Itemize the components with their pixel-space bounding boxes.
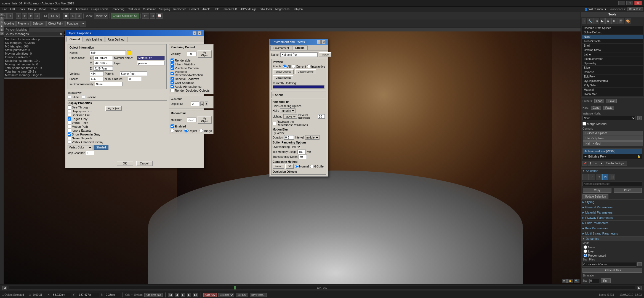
visible-reflection-label[interactable]: Visible to Reflection/Refraction (171, 70, 212, 77)
recomb-item[interactable]: Recomb From Splines (582, 26, 643, 30)
key-mode-select[interactable]: Selected (218, 293, 234, 297)
timeline-prev-btn[interactable]: ◀ (2, 286, 7, 290)
backface-cull-cb[interactable] (68, 113, 71, 117)
coord-x[interactable] (52, 293, 71, 297)
curve-editor[interactable]: 📈 (156, 13, 163, 19)
by-object-display-btn[interactable]: By Object (105, 106, 122, 111)
inherit-vis-cb[interactable] (171, 62, 174, 66)
copy-sel-btn[interactable]: Copy (583, 188, 611, 193)
select-btn[interactable]: ⊹ (16, 13, 21, 19)
comp-off-btn[interactable]: Off (285, 164, 294, 169)
edges-only-label[interactable]: Edges Only (68, 117, 103, 121)
menu-edit[interactable]: Edit (9, 8, 16, 11)
tab-general[interactable]: General (66, 37, 83, 42)
turbosmooth-item[interactable]: TurboSmooth (582, 39, 643, 44)
freeze-checkbox[interactable] (82, 95, 85, 99)
comp-none-btn[interactable]: None (273, 164, 284, 169)
menu-file[interactable]: File (1, 8, 8, 11)
selection-btn[interactable]: Selection (31, 21, 46, 26)
modifier-stack-item-1[interactable]: 👁 Hair and Fur (WSM) (583, 149, 642, 154)
env-dialog-title-bar[interactable]: Environment and Effects ─ ✕ (270, 39, 328, 45)
menu-group[interactable]: Group (27, 8, 37, 11)
paste-btn[interactable]: Paste (603, 106, 614, 110)
display-as-box-label[interactable]: Display as Box (68, 109, 103, 113)
vis-reflect-cb[interactable] (171, 72, 174, 75)
menu-graph-editors[interactable]: Graph Editors (90, 8, 110, 11)
flyaway-header[interactable]: ▶ Flyaway Parameters (581, 215, 644, 220)
select-filter-dropdown[interactable]: All (48, 14, 60, 18)
modify-btn-icon[interactable]: 🔧 (587, 18, 594, 24)
menu-help[interactable]: Help (212, 8, 221, 11)
lathe-item[interactable]: Lathe (582, 52, 643, 57)
hierarchy-btn-icon[interactable]: ⊛ (594, 18, 599, 24)
menu-axyz[interactable]: AXYZ design (239, 8, 258, 11)
inherit-visibility-label[interactable]: Inherit Visibility (171, 62, 212, 66)
tab-adv-lighting[interactable]: Adv. Lighting (83, 37, 105, 42)
hair-to-splines-btn[interactable]: Hair -> Splines (583, 136, 643, 141)
pin-icon[interactable]: 📌 (582, 161, 587, 166)
coord-z[interactable] (105, 293, 120, 297)
motion-path-cb[interactable] (68, 125, 71, 128)
modify-panel-btn[interactable]: ✎ (0, 17, 4, 20)
hair-to-mesh-btn[interactable]: Hair -> Mesh (583, 141, 643, 146)
menu-modifiers[interactable]: Modifiers (60, 8, 74, 11)
selection-header[interactable]: ▼ Selection (581, 168, 644, 173)
browse-btn[interactable]: ... (637, 262, 642, 266)
object-properties-title-bar[interactable]: Object Properties ? ✕ (65, 30, 204, 36)
renderable-label[interactable]: Renderable (171, 58, 212, 62)
prev-frame-btn[interactable]: ◀ (175, 293, 179, 297)
border-icon[interactable]: ⬡ (596, 174, 602, 180)
move-btn[interactable]: ✛ (22, 13, 27, 19)
vertex-channel-cb[interactable] (68, 140, 71, 144)
trans-depth-input[interactable] (299, 155, 307, 159)
menu-interactive[interactable]: Interactive (172, 8, 187, 11)
see-through-cb[interactable] (68, 105, 71, 109)
percent-snap[interactable]: % (76, 13, 82, 19)
dialog-close-btn[interactable]: ✕ (198, 31, 201, 35)
utilities-btn[interactable]: ⚙ (0, 32, 4, 35)
start-files-input[interactable] (582, 262, 636, 267)
env-tab-environment[interactable]: Environment (270, 46, 292, 50)
duration-input[interactable] (284, 135, 294, 140)
interval-select[interactable]: middle (305, 135, 320, 140)
save-btn[interactable]: Save (606, 99, 617, 103)
freeform-btn[interactable]: Freeform (16, 21, 31, 26)
env-minimize-btn[interactable]: ─ (317, 40, 321, 44)
menu-rendering[interactable]: Rendering (110, 8, 126, 11)
populate-btn[interactable]: Populate (65, 21, 79, 26)
menu-tools[interactable]: Tools (17, 8, 26, 11)
rotate-btn[interactable]: ↻ (28, 13, 33, 19)
obj-color-swatch[interactable] (127, 50, 131, 55)
backface-cull-label[interactable]: Backface Cull (68, 113, 103, 117)
menu-sini[interactable]: SiNi Tools (259, 8, 273, 11)
menu-animation[interactable]: Animation (74, 8, 89, 11)
shell-item[interactable]: Shell (582, 44, 643, 48)
never-degrade-cb[interactable] (68, 136, 71, 140)
copy-btn[interactable]: Copy (591, 106, 601, 110)
all-radio-label[interactable]: All (283, 65, 291, 68)
render-occluded-label[interactable]: Render Occluded Objects (171, 89, 212, 92)
apply-atmos-label[interactable]: Apply Atmospherics (171, 85, 212, 88)
never-degrade-label[interactable]: Never Degrade (68, 136, 103, 140)
render-occ-cb[interactable] (171, 89, 174, 92)
paste-sel-btn[interactable]: Paste (614, 188, 642, 193)
comp-normal-label[interactable]: Normal (295, 165, 309, 168)
create-panel-btn[interactable]: + (0, 13, 4, 16)
align-btn[interactable]: ⊟ (150, 13, 155, 19)
coord-y[interactable] (77, 293, 99, 297)
create-sel-set[interactable]: Create Selection Se (111, 13, 139, 19)
menu-create[interactable]: Create (48, 8, 59, 11)
vertex-icon[interactable]: · (582, 174, 589, 180)
vray-panel-title[interactable]: V-Ray messages ✕ (4, 32, 64, 37)
recv-shadows-cb[interactable] (171, 77, 174, 81)
key-filters-btn[interactable]: Key Filters... (250, 293, 267, 297)
named-sel-input[interactable] (582, 182, 642, 186)
vis-camera-cb[interactable] (171, 66, 174, 70)
image-radio[interactable] (199, 129, 203, 132)
none-radio[interactable] (171, 129, 174, 132)
render-settings-btn[interactable]: Render Settings... (605, 161, 627, 166)
raytrace-cb[interactable] (273, 122, 276, 125)
motion-btn[interactable]: ▶ (0, 24, 4, 28)
vertex-color-select[interactable]: Vertex Color (68, 145, 92, 150)
tile-mem-input[interactable] (297, 150, 306, 154)
